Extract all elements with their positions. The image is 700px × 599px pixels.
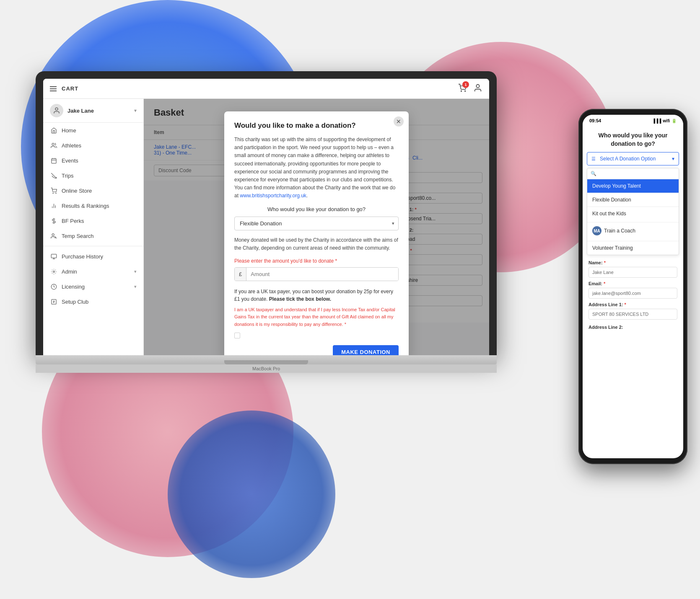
topbar-cart-label: CART (62, 85, 78, 92)
sidebar-item-results-label: Results & Rankings (62, 203, 109, 209)
sidebar: Jake Lane ▾ Home Athletes (43, 99, 144, 355)
athletes-icon (50, 142, 57, 149)
phone-select-label: Select A Donation Option (600, 156, 656, 162)
phone-search-icon: 🔍 (591, 171, 596, 176)
modal-body-text: This charity was set up with the aims of… (234, 136, 399, 200)
sidebar-item-admin-label: Admin (62, 269, 77, 275)
phone-address1-input[interactable] (589, 309, 677, 320)
sidebar-user[interactable]: Jake Lane ▾ (43, 99, 143, 123)
dropdown-item-2[interactable]: Kit out the Kids (587, 207, 679, 222)
donation-select-wrap: Flexible Donation Develop Young Talent K… (234, 217, 399, 230)
sidebar-item-admin[interactable]: Admin ▾ (43, 264, 143, 279)
giftaid-checkbox-row (234, 333, 399, 338)
amount-input-row: £ (234, 267, 399, 281)
svg-point-3 (55, 108, 58, 110)
store-icon (50, 187, 57, 194)
phone-content: Who would you like your donation to go? … (583, 125, 683, 335)
dropdown-item-3[interactable]: MA Train a Coach (587, 222, 679, 241)
phone-select-box[interactable]: ☰ Select A Donation Option ▾ (587, 152, 679, 165)
phone-status-icons: ▐▐▐ wifi 🔋 (652, 119, 677, 123)
amount-input[interactable] (246, 268, 398, 281)
make-donation-button[interactable]: MAKE DONATION (333, 345, 399, 355)
svg-rect-5 (51, 158, 56, 163)
phone-address2-label: Address Line 2: (589, 325, 677, 330)
user-chevron-icon: ▾ (134, 108, 137, 114)
macbook-screen-outer: CART 1 (36, 71, 497, 355)
modal-close-button[interactable]: ✕ (394, 116, 404, 127)
phone-address1-label: Address Line 1: * (589, 302, 677, 307)
sidebar-item-trips[interactable]: Trips (43, 168, 143, 183)
phone-email-input[interactable] (589, 288, 677, 299)
account-icon-button[interactable] (473, 83, 482, 94)
phone-avatar-row: Kit out the Kids (592, 211, 674, 217)
amount-label: Please enter the amount you'd like to do… (234, 258, 399, 264)
dropdown-item-4[interactable]: Volunteer Training (587, 241, 679, 255)
events-icon (50, 157, 57, 164)
sidebar-item-results[interactable]: Results & Rankings (43, 198, 143, 213)
phone-email-label: Email: * (589, 281, 677, 286)
sidebar-item-store-label: Online Store (62, 188, 92, 194)
phone-name-label: Name: * (589, 260, 677, 265)
svg-point-4 (52, 143, 54, 145)
hamburger-icon[interactable] (50, 86, 57, 91)
home-icon (50, 127, 57, 134)
sidebar-item-perks-label: BF Perks (62, 218, 84, 224)
modal-overlay: ✕ Would you like to make a donation? Thi… (144, 99, 489, 355)
sidebar-item-perks[interactable]: BF Perks (43, 213, 143, 228)
sidebar-item-events-label: Events (62, 157, 78, 164)
phone-form-section: Name: * Email: * Address Line 1: * Addre… (583, 255, 683, 335)
svg-point-1 (465, 90, 466, 91)
sidebar-item-licensing[interactable]: Licensing ▾ (43, 279, 143, 294)
modal-title: Would you like to make a donation? (234, 121, 399, 130)
sidebar-item-tempsearch[interactable]: Temp Search (43, 228, 143, 243)
sidebar-item-athletes[interactable]: Athletes (43, 138, 143, 153)
nav-divider (43, 246, 143, 246)
sidebar-item-store[interactable]: Online Store (43, 183, 143, 198)
licensing-icon (50, 283, 57, 290)
sidebar-item-purchase[interactable]: Purchase History (43, 249, 143, 264)
topbar-left: CART (50, 85, 78, 92)
macbook-device: CART 1 (36, 71, 497, 373)
avatar (50, 104, 63, 117)
sidebar-item-trips-label: Trips (62, 173, 73, 179)
phone-donation-title: Who would you like your donation to go? (583, 125, 683, 152)
dropdown-item-0[interactable]: Develop Young Talent (587, 179, 679, 193)
dropdown-item-1[interactable]: Flexible Donation (587, 193, 679, 207)
sidebar-username: Jake Lane (67, 108, 130, 114)
cart-icon-button[interactable]: 1 (458, 84, 467, 94)
modal-question: Who would you like your donation to go? (234, 206, 399, 212)
phone-select-row: ☰ Select A Donation Option ▾ (583, 152, 683, 168)
phone-device: 09:54 ▐▐▐ wifi 🔋 Who would you like your… (578, 109, 687, 464)
giftaid-text: I am a UK taxpayer and understand that i… (234, 306, 399, 328)
tempsearch-icon (50, 232, 57, 240)
app-body: Jake Lane ▾ Home Athletes (43, 99, 489, 355)
avatar-row-3: MA Train a Coach (592, 226, 674, 235)
sidebar-item-home[interactable]: Home (43, 123, 143, 138)
admin-expand-icon: ▾ (134, 269, 137, 274)
sidebar-item-setupclub[interactable]: Setup Club (43, 294, 143, 309)
sidebar-item-athletes-label: Athletes (62, 142, 81, 149)
mini-avatar: MA (592, 226, 601, 235)
setupclub-icon (50, 298, 57, 305)
phone-select-arrow: ▾ (672, 156, 674, 162)
donation-modal: ✕ Would you like to make a donation? Thi… (224, 111, 409, 355)
battery-icon: 🔋 (671, 119, 677, 123)
signal-icon: ▐▐▐ (652, 119, 661, 123)
sidebar-item-purchase-label: Purchase History (62, 253, 103, 260)
charity-link[interactable]: www.britishsportcharity.org.uk (240, 193, 306, 199)
perks-icon (50, 217, 57, 225)
svg-point-10 (53, 193, 53, 193)
licensing-expand-icon: ▾ (134, 284, 137, 289)
svg-point-16 (52, 233, 54, 235)
sidebar-item-events[interactable]: Events (43, 153, 143, 168)
sidebar-item-licensing-label: Licensing (62, 284, 85, 290)
phone-screen: 09:54 ▐▐▐ wifi 🔋 Who would you like your… (583, 115, 683, 458)
macbook-label: MacBook Pro (36, 364, 497, 373)
phone-statusbar: 09:54 ▐▐▐ wifi 🔋 (583, 115, 683, 125)
trips-icon (50, 172, 57, 179)
modal-cta-row: MAKE DONATION (234, 345, 399, 355)
phone-name-input[interactable] (589, 267, 677, 278)
donation-select[interactable]: Flexible Donation Develop Young Talent K… (234, 217, 399, 230)
giftaid-checkbox[interactable] (234, 333, 240, 338)
phone-time: 09:54 (589, 118, 601, 123)
